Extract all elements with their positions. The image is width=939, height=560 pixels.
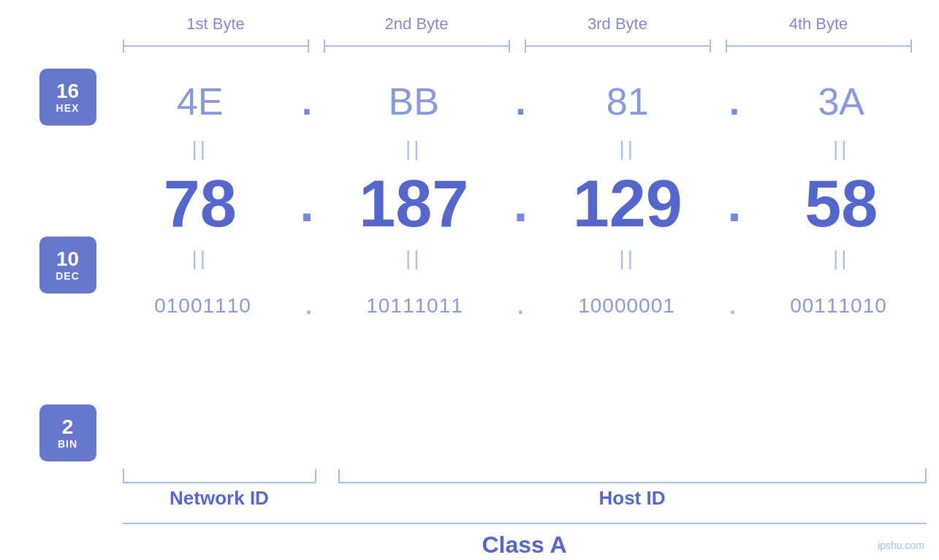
dot-bin-1: . xyxy=(294,294,324,318)
hex-cell-1: 4E xyxy=(112,80,289,123)
dec-cell-2: 187 xyxy=(325,166,503,242)
bracket-2-end xyxy=(509,39,510,53)
data-grid: 4E . BB . 81 . 3A || xyxy=(112,69,930,339)
bin-name: BIN xyxy=(58,438,77,450)
hex-val-3: 81 xyxy=(607,80,649,123)
network-id-label: Network ID xyxy=(123,487,316,510)
hb-right xyxy=(925,469,927,483)
eq-sym-1-1: || xyxy=(191,137,208,160)
class-section: Class A xyxy=(123,523,927,559)
hex-cell-3: 81 xyxy=(539,80,717,123)
dot-dec-1: . xyxy=(289,178,325,229)
dec-number: 10 xyxy=(56,248,79,271)
bracket-3 xyxy=(525,39,711,54)
nb-right xyxy=(315,469,316,483)
dot-hex-2: . xyxy=(503,83,539,120)
eq-sym-2-4: || xyxy=(833,247,850,269)
class-bracket-line xyxy=(123,523,927,524)
bottom-labels: Network ID Host ID xyxy=(123,487,927,510)
main-container: 1st Byte 2nd Byte 3rd Byte 4th Byte 16 H… xyxy=(0,0,939,560)
class-label: Class A xyxy=(123,532,927,559)
byte-header-4: 4th Byte xyxy=(718,15,919,39)
bin-number: 2 xyxy=(62,416,74,439)
bracket-1 xyxy=(123,39,309,54)
hex-row: 4E . BB . 81 . 3A xyxy=(112,69,930,134)
eq1-3: || xyxy=(539,137,717,161)
bin-val-3: 10000001 xyxy=(578,294,675,317)
bin-cell-4: 00111010 xyxy=(748,294,930,318)
nb-left xyxy=(123,469,124,483)
bottom-section: Network ID Host ID xyxy=(123,465,927,510)
watermark: ipshu.com xyxy=(878,540,924,551)
hex-cell-4: 3A xyxy=(753,80,930,123)
bin-val-4: 00111010 xyxy=(790,294,887,317)
equals-row-2: || || || || xyxy=(112,244,930,273)
eq-sym-2-1: || xyxy=(191,247,208,269)
eq2-2: || xyxy=(325,247,503,270)
bracket-4-end xyxy=(911,39,912,53)
eq-sym-1-4: || xyxy=(833,137,850,160)
main-content: 16 HEX 10 DEC 2 BIN 4E . xyxy=(9,69,930,461)
eq1-1: || xyxy=(112,137,289,161)
eq2-3: || xyxy=(539,247,717,270)
bin-cell-1: 01001110 xyxy=(112,294,294,318)
dot-dec-3: . xyxy=(716,178,753,229)
dec-badge: 10 DEC xyxy=(39,237,96,294)
bracket-3-end xyxy=(710,39,711,53)
top-brackets xyxy=(115,39,919,54)
eq2-4: || xyxy=(753,247,930,270)
byte-headers-row: 1st Byte 2nd Byte 3rd Byte 4th Byte xyxy=(115,15,919,39)
dec-cell-4: 58 xyxy=(753,166,930,242)
bin-val-2: 10111011 xyxy=(366,294,463,317)
hex-cell-2: BB xyxy=(325,80,503,123)
hex-val-1: 4E xyxy=(177,80,224,123)
hex-val-4: 3A xyxy=(818,80,864,123)
eq1-4: || xyxy=(753,137,930,161)
eq-sym-2-2: || xyxy=(406,247,422,269)
dec-val-4: 58 xyxy=(805,167,878,240)
dot-hex-3: . xyxy=(716,83,753,120)
equals-row-1: || || || || xyxy=(112,134,930,164)
bottom-brackets xyxy=(123,465,927,483)
eq2-1: || xyxy=(112,247,289,270)
byte-header-3: 3rd Byte xyxy=(517,15,718,39)
dec-val-3: 129 xyxy=(573,167,683,240)
dec-cell-3: 129 xyxy=(539,166,717,242)
dot-bin-3: . xyxy=(718,294,748,318)
bin-row: 01001110 . 10111011 . 10000001 . 0011101… xyxy=(112,273,930,339)
bracket-2 xyxy=(324,39,510,54)
hex-val-2: BB xyxy=(389,80,439,123)
hex-name: HEX xyxy=(56,102,80,114)
dot-bin-2: . xyxy=(506,294,536,318)
network-bracket xyxy=(123,465,316,483)
bin-badge: 2 BIN xyxy=(39,404,96,461)
dec-val-1: 78 xyxy=(164,167,237,240)
eq1-2: || xyxy=(325,137,503,161)
byte-header-2: 2nd Byte xyxy=(316,15,517,39)
bin-cell-2: 10111011 xyxy=(324,294,506,318)
bin-val-1: 01001110 xyxy=(154,294,251,317)
hex-number: 16 xyxy=(56,80,79,103)
base-labels: 16 HEX 10 DEC 2 BIN xyxy=(24,69,112,461)
host-bracket xyxy=(338,465,927,483)
hb-left xyxy=(338,469,340,483)
eq-sym-2-3: || xyxy=(619,247,636,269)
dec-row: 78 . 187 . 129 . 58 xyxy=(112,164,930,244)
labels-spacer xyxy=(316,487,338,510)
bracket-4 xyxy=(726,39,912,54)
eq-sym-1-2: || xyxy=(406,137,422,160)
byte-header-1: 1st Byte xyxy=(115,15,316,39)
dec-name: DEC xyxy=(56,270,80,282)
dot-dec-2: . xyxy=(503,178,539,229)
hex-badge: 16 HEX xyxy=(39,69,96,126)
dec-cell-1: 78 xyxy=(112,166,289,242)
bin-cell-3: 10000001 xyxy=(536,294,718,318)
eq-sym-1-3: || xyxy=(619,137,636,160)
dot-hex-1: . xyxy=(289,83,325,120)
host-id-label: Host ID xyxy=(338,487,927,510)
dec-val-2: 187 xyxy=(359,167,468,240)
bracket-1-end xyxy=(308,39,309,53)
